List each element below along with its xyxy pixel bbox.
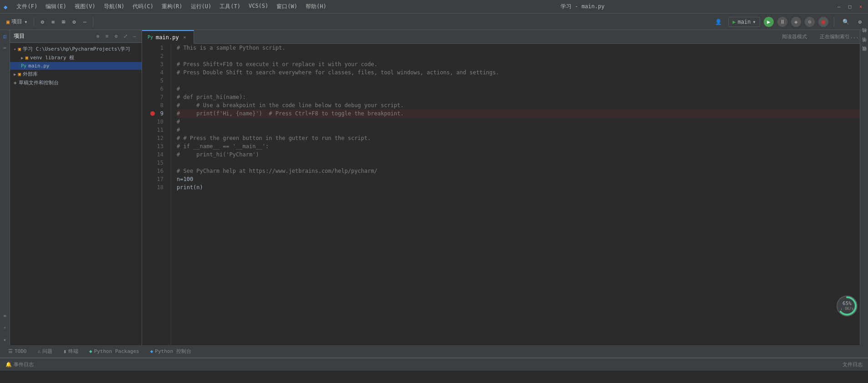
todo-label: TODO [15,348,27,354]
status-event-log[interactable]: 🔔 事件日志 [4,360,36,369]
python-packages-icon: ◆ [89,348,92,354]
tree-item-external[interactable]: ▶ ▣ 外部库 [10,70,142,78]
ln-10: 10 [148,118,167,126]
menu-file[interactable]: 文件(F) [13,1,41,12]
editor-area: Py main.py ✕ 阅读器模式 正在编制索引... 1 2 3 4 5 6 [142,30,868,345]
ln-2: 2 [148,52,167,60]
panel-expand-btn[interactable]: ⤢ [122,33,129,40]
menu-help[interactable]: 帮助(H) [302,1,330,12]
menu-run[interactable]: 运行(U) [187,1,215,12]
code-line-10: # [177,118,863,126]
menu-navigate[interactable]: 导航(N) [100,1,128,12]
run-config-dropdown: ▾ [753,19,756,25]
settings-btn[interactable]: ⚙ [856,17,864,26]
code-line-15 [177,159,863,167]
right-sidebar-panel: 结构 书签 收藏 [860,30,868,345]
menu-tools[interactable]: 工具(T) [216,1,244,12]
run-config-selector[interactable]: ▶ main ▾ [728,17,760,27]
profile-button[interactable]: ◈ [791,17,801,27]
toolbar-layout-btn[interactable]: ≡ [49,17,57,26]
search-everywhere-btn[interactable]: 🔍 [840,17,852,26]
tree-item-root[interactable]: ▾ ▣ 学习 C:\Users\hp\PycharmProjects\学习 [10,45,142,53]
menu-vcs[interactable]: VCS(S) [245,1,272,12]
tab-python-console[interactable]: ◆ Python 控制台 [146,347,196,356]
ln-13: 13 [148,142,167,150]
tree-label-scratch: 草稿文件和控制台 [19,79,59,86]
menu-bar: 文件(F) 编辑(E) 视图(V) 导航(N) 代码(C) 重构(R) 运行(U… [13,1,330,12]
toolbar-minus-btn[interactable]: — [80,17,89,26]
toolbar: ▣ 项目 ▾ ⚙ ≡ ⊞ ⚙ — 👤 ▶ main ▾ ▶ ⏸ ◈ ⊙ ■ 🔍 … [0,14,868,30]
run-button[interactable]: ▶ [764,17,774,27]
reader-mode-btn[interactable]: 阅读器模式 [778,32,811,41]
ln-7: 7 [148,93,167,101]
code-line-9: # print(f'Hi, {name}') # Press Ctrl+F8 t… [177,109,863,118]
folder-icon-venv: ▣ [25,55,28,61]
code-line-18: print(n) [177,183,863,192]
python-console-label: Python 控制台 [155,348,191,355]
tab-py-icon: Py [148,35,153,40]
panel-close-btn[interactable]: — [131,33,138,40]
ln-18: 18 [148,183,167,192]
close-button[interactable]: ✕ [857,3,864,10]
breakpoint-gutter [142,44,148,345]
tree-item-venv[interactable]: ▶ ▣ venv library 根 [10,53,142,62]
bottom-tabs: ☰ TODO ⚠ 问题 ▮ 终端 ◆ Python Packages ◆ Pyt… [0,345,868,358]
ln-12: 12 [148,134,167,142]
circle-percent: 65% [842,300,852,306]
code-line-7: # def print_hi(name): [177,93,863,101]
status-file-log[interactable]: 文件日志 [841,360,864,369]
menu-code[interactable]: 代码(C) [129,1,157,12]
tree-item-mainpy[interactable]: Py main.py [10,62,142,70]
panel-sort-btn[interactable]: ≡ [103,33,111,40]
user-icon[interactable]: 👤 [712,17,725,26]
ln-9: 9 [148,109,167,118]
sidebar-bottom-2[interactable]: ⚡ [1,323,9,331]
panel-pin-btn[interactable]: ⊕ [94,33,102,40]
sidebar-project-icon[interactable]: ◫ [1,32,9,40]
run-config-name: main [738,19,751,25]
toolbar-split-btn[interactable]: ⊞ [59,17,68,26]
event-log-label: 事件日志 [14,361,34,368]
toolbar-config-btn[interactable]: ⚙ [70,17,78,26]
editor-tab-mainpy[interactable]: Py main.py ✕ [142,30,194,44]
minimize-button[interactable]: — [835,3,842,10]
code-line-11: # [177,126,863,134]
menu-edit[interactable]: 编辑(E) [42,1,70,12]
debug-button[interactable]: ⏸ [777,17,787,27]
panel-gear-btn[interactable]: ⚙ [112,33,120,40]
python-console-icon: ◆ [150,348,153,354]
tab-python-packages[interactable]: ◆ Python Packages [85,347,144,356]
menu-window[interactable]: 窗口(W) [273,1,301,12]
sidebar-commit-icon[interactable]: ⌨ [1,44,9,52]
tab-problems[interactable]: ⚠ 问题 [33,347,57,356]
ln-1: 1 [148,44,167,52]
sidebar-label-structure[interactable]: 结构 [860,34,868,39]
line-numbers: 1 2 3 4 5 6 7 8 9 10 11 12 13 14 15 16 1… [148,44,171,345]
status-bar-left: 🔔 事件日志 [4,360,36,369]
toolbar-settings-btn[interactable]: ⚙ [38,17,46,26]
sidebar-bottom-3[interactable]: ★ [1,335,9,343]
progress-ring: 65% ↓ 0K/s [835,294,859,318]
menu-view[interactable]: 视图(V) [71,1,99,12]
code-editor[interactable]: # This is a sample Python script. # Pres… [171,44,868,345]
maximize-button[interactable]: □ [846,3,853,10]
ln-16: 16 [148,167,167,175]
project-widget[interactable]: ▣ 项目 ▾ [4,16,30,27]
event-log-icon: 🔔 [5,362,12,367]
ln-14: 14 [148,150,167,159]
sidebar-label-bookmarks[interactable]: 书签 [860,43,868,48]
stop-button[interactable]: ■ [818,17,828,27]
tab-todo[interactable]: ☰ TODO [4,347,31,356]
code-line-1: # This is a sample Python script. [177,44,863,52]
expand-icon-venv: ▶ [21,56,23,60]
code-line-5 [177,77,863,85]
sidebar-label-favorites[interactable]: 收藏 [860,52,868,57]
menu-refactor[interactable]: 重构(R) [158,1,186,12]
tab-close-btn[interactable]: ✕ [182,34,188,41]
sidebar-bottom-1[interactable]: ≡ [1,311,9,320]
coverage-button[interactable]: ⊙ [805,17,815,27]
code-line-4: # Press Double Shift to search everywher… [177,68,863,77]
tab-terminal[interactable]: ▮ 终端 [59,347,83,356]
panel-header: 项目 ⊕ ≡ ⚙ ⤢ — [10,30,142,43]
tree-item-scratch[interactable]: ◈ 草稿文件和控制台 [10,78,142,87]
